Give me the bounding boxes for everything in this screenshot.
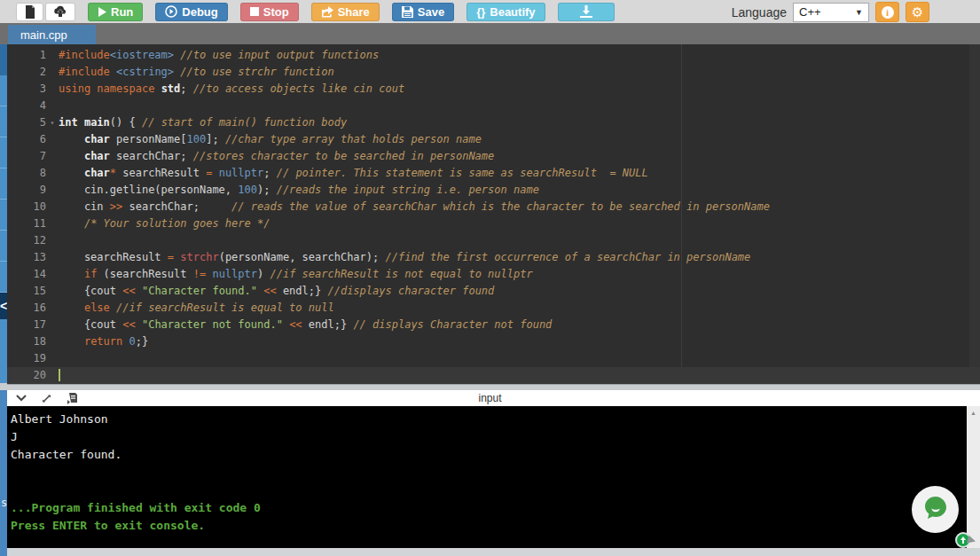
console-input-icon — [67, 393, 77, 404]
code-line[interactable]: 5▾int main() { // start of main() functi… — [7, 114, 980, 131]
console-text-line: J — [11, 428, 967, 446]
code-line[interactable]: 8 char* searchResult = nullptr; // point… — [7, 165, 980, 182]
debug-button-label: Debug — [182, 5, 217, 19]
share-button[interactable]: Share — [311, 3, 380, 21]
stop-button[interactable]: Stop — [240, 3, 299, 21]
run-button[interactable]: Run — [88, 3, 143, 21]
upload-button[interactable] — [45, 3, 75, 21]
sidebar-segment — [0, 390, 7, 556]
debug-button[interactable]: Debug — [155, 3, 227, 21]
tab-main-cpp[interactable]: main.cpp — [8, 25, 96, 44]
chat-widget-button[interactable] — [912, 486, 959, 533]
line-number[interactable]: 6 — [7, 131, 46, 148]
line-number[interactable]: 12 — [7, 232, 46, 249]
info-button[interactable]: i — [875, 2, 899, 22]
beautify-button[interactable]: {} Beautify — [466, 3, 545, 21]
line-number[interactable]: 20 — [7, 367, 46, 384]
stop-button-label: Stop — [263, 5, 289, 19]
save-button[interactable]: Save — [392, 3, 454, 21]
console-scrollbar[interactable]: ▲ — [967, 406, 980, 548]
line-number[interactable]: 13 — [7, 249, 46, 266]
dropdown-caret-icon: ▼ — [855, 8, 863, 17]
code-text: cin.getline(personName, 100); //reads th… — [59, 182, 539, 199]
code-text: {cout << "Character not found." << endl;… — [59, 317, 552, 333]
code-line[interactable]: 7 char searchChar; //stores character to… — [7, 148, 980, 165]
line-number[interactable]: 8 — [7, 165, 46, 182]
code-line[interactable]: 10 cin >> searchChar; // reads the value… — [7, 199, 980, 215]
line-number[interactable]: 10 — [7, 199, 46, 215]
download-button[interactable] — [558, 3, 615, 21]
language-area: Language C++ ▼ i ⚙ — [732, 2, 929, 22]
code-text: char* searchResult = nullptr; // pointer… — [59, 165, 648, 182]
code-line[interactable]: 13 searchResult = strchr(personName, sea… — [7, 249, 980, 266]
console-input-source-button[interactable] — [67, 393, 77, 404]
fold-arrow-icon[interactable]: ▾ — [46, 114, 59, 131]
line-number[interactable]: 4 — [7, 98, 46, 114]
download-icon — [580, 5, 592, 18]
new-file-button[interactable] — [16, 3, 43, 21]
console-text-line — [11, 464, 967, 482]
code-line[interactable]: 14 if (searchResult != nullptr) //if sea… — [7, 266, 980, 283]
code-line[interactable]: 15 {cout << "Character found." << endl;}… — [7, 283, 980, 300]
code-line[interactable]: 16 else //if searchResult is equal to nu… — [7, 300, 980, 317]
stop-icon — [250, 7, 259, 16]
gutter-spacer — [46, 333, 59, 350]
line-number[interactable]: 19 — [7, 350, 46, 367]
code-line[interactable]: 19 — [7, 350, 980, 367]
gutter-spacer — [46, 199, 59, 215]
code-line[interactable]: 4 — [7, 98, 980, 114]
code-line[interactable]: 11 /* Your solution goes here */ — [7, 215, 980, 232]
collapse-console-button[interactable] — [16, 395, 27, 402]
sidebar-clipped-letter: s — [1, 497, 7, 509]
console-status-line: ...Program finished with exit code 0 — [11, 499, 967, 517]
code-line[interactable]: 18 return 0;} — [7, 333, 980, 350]
code-text: searchResult = strchr(personName, search… — [59, 249, 750, 266]
gutter-spacer — [46, 367, 59, 384]
play-icon — [98, 7, 106, 17]
code-line[interactable]: 3using namespace std; //to access object… — [7, 81, 980, 98]
line-number[interactable]: 1 — [7, 47, 46, 64]
line-number[interactable]: 17 — [7, 317, 46, 333]
line-number[interactable]: 18 — [7, 333, 46, 350]
gear-icon: ⚙ — [912, 5, 923, 19]
code-editor[interactable]: 1#include<iostream> //to use input outpu… — [0, 44, 980, 384]
line-number[interactable]: 15 — [7, 283, 46, 300]
code-text: if (searchResult != nullptr) //if search… — [59, 266, 533, 283]
settings-button[interactable]: ⚙ — [906, 2, 929, 22]
gutter-spacer — [46, 266, 59, 283]
line-number[interactable]: 9 — [7, 182, 46, 199]
text-cursor — [59, 369, 60, 381]
line-number[interactable]: 5 — [7, 114, 46, 131]
code-text: using namespace std; //to access objects… — [59, 81, 404, 98]
code-text: char personName[100]; //char type array … — [59, 131, 482, 148]
gutter-spacer — [46, 98, 59, 114]
code-line[interactable]: 20 — [7, 367, 980, 384]
expand-console-button[interactable] — [41, 393, 52, 404]
code-text: return 0;} — [59, 333, 148, 350]
debug-icon — [165, 5, 177, 18]
braces-icon: {} — [476, 5, 485, 19]
line-number[interactable]: 7 — [7, 148, 46, 165]
left-sidebar-edge: < s — [0, 44, 7, 556]
line-number[interactable]: 2 — [7, 64, 46, 81]
line-number[interactable]: 16 — [7, 300, 46, 317]
language-select[interactable]: C++ ▼ — [793, 3, 869, 22]
line-number[interactable]: 11 — [7, 215, 46, 232]
code-line[interactable]: 17 {cout << "Character not found." << en… — [7, 317, 980, 333]
console-output[interactable]: Albert JohnsonJCharacter found....Progra… — [7, 406, 967, 548]
code-text: int main() { // start of main() function… — [59, 114, 347, 131]
sidebar-collapse-toggle[interactable]: < — [0, 293, 7, 319]
code-line[interactable]: 9 cin.getline(personName, 100); //reads … — [7, 182, 980, 199]
chevron-left-icon: < — [0, 299, 7, 313]
code-line[interactable]: 6 char personName[100]; //char type arra… — [7, 131, 980, 148]
gutter-spacer — [46, 300, 59, 317]
code-line[interactable]: 1#include<iostream> //to use input outpu… — [7, 47, 980, 64]
expand-icon — [41, 393, 52, 404]
code-line[interactable]: 12 — [7, 232, 980, 249]
scroll-up-arrow-icon[interactable]: ▲ — [967, 409, 980, 418]
line-number[interactable]: 14 — [7, 266, 46, 283]
code-line[interactable]: 2#include <cstring> //to use strchr func… — [7, 64, 980, 81]
bottom-strip — [0, 548, 980, 556]
line-number[interactable]: 3 — [7, 81, 46, 98]
gutter-spacer — [46, 283, 59, 300]
